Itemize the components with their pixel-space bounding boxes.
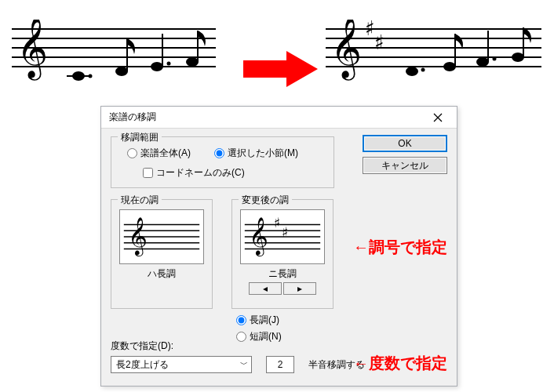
staff-svg-before: 𝄞 [12, 20, 216, 82]
svg-point-25 [406, 67, 418, 76]
current-key-legend: 現在の調 [118, 194, 162, 207]
target-key-name: ニ長調 [240, 267, 325, 281]
radio-major[interactable]: 長調(J) [236, 314, 333, 327]
svg-marker-16 [243, 51, 318, 87]
annotation-degree: ←度数で指定 [353, 353, 447, 374]
svg-point-9 [115, 67, 128, 76]
triangle-left-icon: ◂ [263, 283, 268, 294]
mini-staff-target: 𝄞 ♯ ♯ [241, 215, 324, 259]
illustration-row: 𝄞 [12, 20, 545, 90]
target-key-legend: 変更後の調 [239, 194, 292, 207]
svg-point-32 [512, 53, 524, 62]
svg-point-26 [421, 68, 425, 72]
chevron-down-icon: ﹀ [240, 359, 248, 370]
svg-text:♯: ♯ [274, 216, 280, 230]
key-next-button[interactable]: ▸ [283, 282, 316, 295]
svg-text:𝄞: 𝄞 [16, 20, 48, 81]
svg-point-8 [89, 74, 93, 78]
current-key-fieldset: 現在の調 𝄞 ハ長調 [111, 199, 213, 309]
annotation-keysig: ←調号で指定 [353, 237, 447, 258]
svg-point-13 [167, 62, 171, 66]
range-legend: 移調範囲 [118, 131, 162, 144]
svg-point-27 [443, 62, 456, 71]
checkbox-chord-only[interactable]: コードネームのみ(C) [143, 166, 326, 180]
dialog-titlebar: 楽譜の移調 [101, 107, 457, 129]
mini-staff-current: 𝄞 [120, 215, 203, 259]
target-key-fieldset: 変更後の調 𝄞 ♯ ♯ [231, 199, 333, 309]
radio-whole-label: 楽譜全体(A) [140, 147, 191, 160]
range-fieldset: 移調範囲 楽譜全体(A) 選択した小節(M) コードネームのみ(C) [111, 136, 334, 188]
triangle-right-icon: ▸ [297, 283, 302, 294]
degree-label: 度数で指定(D): [111, 339, 447, 353]
radio-whole-input[interactable] [127, 148, 137, 158]
close-button[interactable] [424, 109, 452, 126]
svg-point-31 [493, 57, 497, 61]
svg-text:𝄞: 𝄞 [128, 217, 148, 257]
radio-whole-score[interactable]: 楽譜全体(A) [127, 147, 191, 160]
target-key-column: 変更後の調 𝄞 ♯ ♯ [231, 199, 333, 343]
key-stepper: ◂ ▸ [240, 282, 325, 295]
radio-selected-input[interactable] [214, 148, 224, 158]
key-prev-button[interactable]: ◂ [249, 282, 282, 295]
current-key-name: ハ長調 [119, 267, 204, 281]
radio-selected-measures[interactable]: 選択した小節(M) [214, 147, 298, 160]
ok-button[interactable]: OK [363, 135, 447, 152]
svg-text:♯: ♯ [282, 225, 288, 240]
semitone-input[interactable]: 2 [266, 356, 294, 373]
svg-point-29 [476, 57, 489, 67]
radio-selected-label: 選択した小節(M) [228, 147, 298, 160]
dialog-title: 楽譜の移調 [109, 111, 156, 124]
target-key-preview: 𝄞 ♯ ♯ [240, 209, 325, 264]
svg-text:𝄞: 𝄞 [249, 217, 268, 257]
degree-combo[interactable]: 長2度上げる ﹀ [111, 356, 252, 373]
after-staff: 𝄞 ♯ ♯ [326, 20, 541, 85]
svg-point-11 [151, 62, 163, 71]
svg-text:𝄞: 𝄞 [330, 20, 362, 81]
radio-major-label: 長調(J) [250, 314, 279, 327]
dialog-button-column: OK キャンセル [363, 135, 447, 174]
checkbox-chord-input[interactable] [143, 168, 153, 178]
before-staff: 𝄞 [12, 20, 216, 85]
keys-row: 現在の調 𝄞 ハ長調 [111, 199, 447, 343]
staff-svg-after: 𝄞 ♯ ♯ [326, 20, 541, 82]
degree-combo-value: 長2度上げる [116, 358, 169, 372]
transpose-arrow [243, 51, 318, 87]
svg-point-7 [72, 71, 85, 81]
checkbox-chord-label: コードネームのみ(C) [156, 166, 245, 180]
svg-point-14 [186, 57, 199, 67]
svg-text:♯: ♯ [374, 31, 385, 54]
close-icon [433, 113, 443, 122]
cancel-button[interactable]: キャンセル [363, 157, 447, 174]
arrow-icon [243, 51, 318, 87]
radio-major-input[interactable] [236, 315, 246, 325]
current-key-preview: 𝄞 [119, 209, 204, 264]
